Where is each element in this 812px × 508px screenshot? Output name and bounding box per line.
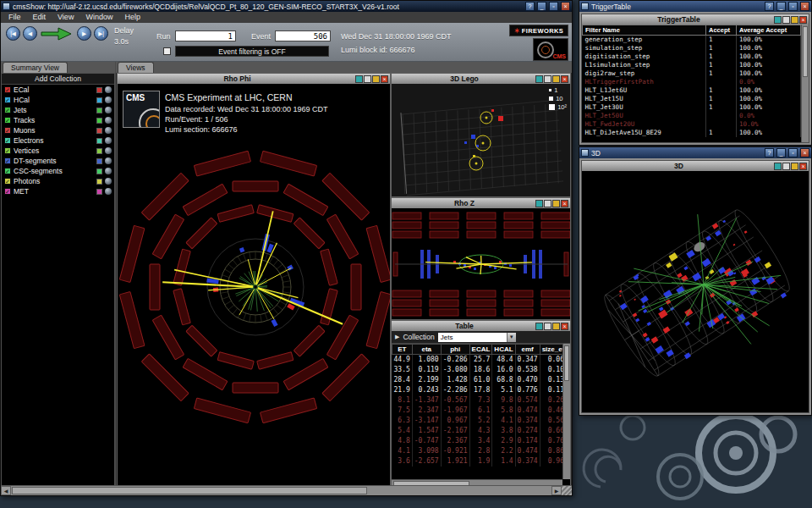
collection-options-icon[interactable] xyxy=(105,107,112,113)
close-view-icon[interactable]: × xyxy=(799,163,807,170)
maximize-view-icon[interactable] xyxy=(552,75,560,83)
collection-row-tracks[interactable]: ✓Tracks xyxy=(2,115,114,125)
next-event-button[interactable]: ▶ xyxy=(77,26,91,41)
jets-column-size_eta[interactable]: size_eta xyxy=(540,345,562,355)
view-3d-canvas[interactable] xyxy=(582,171,809,412)
undock-view-icon[interactable] xyxy=(782,16,790,24)
collection-row-dt-segments[interactable]: ✓DT-segments xyxy=(2,156,114,166)
collection-options-icon[interactable] xyxy=(105,157,112,164)
collection-color-swatch[interactable] xyxy=(96,189,102,195)
undock-view-icon[interactable] xyxy=(364,75,371,83)
swap-view-icon[interactable] xyxy=(535,75,543,83)
collection-color-swatch[interactable] xyxy=(96,138,102,144)
first-event-button[interactable]: |◀ xyxy=(6,26,20,41)
collection-visibility-checkbox[interactable]: ✓ xyxy=(4,97,11,103)
rho-z-header[interactable]: Rho Z × xyxy=(392,198,570,208)
collection-options-icon[interactable] xyxy=(105,168,112,174)
collection-color-swatch[interactable] xyxy=(96,148,102,154)
trigger-column-accept[interactable]: Accept xyxy=(706,25,737,36)
trigger-row[interactable]: HLT_Jet30U1100.0% xyxy=(583,103,801,112)
previous-event-button[interactable]: ◀ xyxy=(23,26,37,41)
collection-row-vertices[interactable]: ✓Vertices xyxy=(2,146,114,156)
collection-color-swatch[interactable] xyxy=(96,128,102,134)
collection-options-icon[interactable] xyxy=(105,178,112,185)
collection-row-hcal[interactable]: ✓HCal xyxy=(2,95,114,105)
help-button[interactable]: ? xyxy=(765,148,774,157)
collection-visibility-checkbox[interactable]: ✓ xyxy=(4,117,11,124)
rho-phi-header[interactable]: Rho Phi × xyxy=(118,74,390,84)
collection-visibility-checkbox[interactable]: ✓ xyxy=(4,157,11,164)
collection-color-swatch[interactable] xyxy=(96,108,102,113)
maximize-button[interactable]: ▫ xyxy=(788,2,798,11)
tab-views[interactable]: Views xyxy=(118,62,154,73)
collection-options-icon[interactable] xyxy=(105,117,112,124)
close-button[interactable]: × xyxy=(800,148,809,157)
lego-canvas[interactable]: 1 10 10² xyxy=(392,84,570,196)
collection-row-photons[interactable]: ✓Photons xyxy=(2,176,114,186)
jets-column-emf[interactable]: emf xyxy=(515,345,540,355)
jets-table-row[interactable]: 8.1-1.347-0.5677.39.80.5740.2620.1 xyxy=(392,395,563,406)
maximize-view-icon[interactable] xyxy=(791,163,798,170)
jets-table-row[interactable]: 21.90.243-2.28617.85.10.7760.1160.1 xyxy=(392,385,563,395)
close-button[interactable]: × xyxy=(800,2,809,11)
collection-color-swatch[interactable] xyxy=(96,97,102,103)
swap-view-icon[interactable] xyxy=(774,163,782,170)
jets-table-row[interactable]: 28.42.1991.42861.068.80.4700.1370.1 xyxy=(392,375,563,385)
collection-color-swatch[interactable] xyxy=(96,179,102,185)
jets-column-eta[interactable]: eta xyxy=(412,345,441,355)
jets-column-ET[interactable]: ET xyxy=(392,345,413,355)
collection-visibility-checkbox[interactable]: ✓ xyxy=(4,107,11,113)
trigger-row[interactable]: HLTriggerFirstPath0.0% xyxy=(583,78,801,86)
jets-table-row[interactable]: 7.52.347-1.9676.15.80.4740.4620.2 xyxy=(392,406,563,416)
jets-table-row[interactable]: 4.13.098-0.9212.82.20.4740.862-nan xyxy=(392,446,563,456)
collection-options-icon[interactable] xyxy=(105,97,112,103)
event-input[interactable] xyxy=(275,30,331,41)
jets-table-row[interactable]: 4.8-0.7472.3673.42.90.1740.7620.3 xyxy=(392,436,563,446)
trigger-row[interactable]: digitisation_step1100.0% xyxy=(583,52,801,61)
collection-options-icon[interactable] xyxy=(105,147,112,154)
undock-view-icon[interactable] xyxy=(544,323,551,330)
collection-row-ecal[interactable]: ✓ECal xyxy=(2,85,114,95)
jets-table-row[interactable]: 3.6-2.6571.9211.91.40.3740.9620.4 xyxy=(392,456,563,467)
close-view-icon[interactable]: × xyxy=(381,75,388,83)
collection-options-icon[interactable] xyxy=(105,188,112,195)
jets-table-row[interactable]: 5.41.547-2.1674.33.80.2740.6620.3 xyxy=(392,426,563,436)
minimize-button[interactable]: _ xyxy=(537,2,546,11)
jets-column-ECAL[interactable]: ECAL xyxy=(469,345,492,355)
maximize-button[interactable]: ▫ xyxy=(788,148,798,157)
play-forward-icon[interactable] xyxy=(40,25,74,42)
collection-visibility-checkbox[interactable]: ✓ xyxy=(4,86,11,93)
event-filter-button[interactable]: Event filtering is OFF xyxy=(175,46,329,57)
maximize-view-icon[interactable] xyxy=(372,75,380,83)
collapse-caret-icon[interactable]: ▶ xyxy=(395,334,399,340)
collection-color-swatch[interactable] xyxy=(96,118,102,124)
trigger-row[interactable]: generation_step1100.0% xyxy=(583,36,801,45)
collection-color-swatch[interactable] xyxy=(96,87,102,93)
menu-help[interactable]: Help xyxy=(118,12,146,23)
help-button[interactable]: ? xyxy=(525,2,535,11)
undock-view-icon[interactable] xyxy=(544,200,551,207)
main-titlebar[interactable]: cmsShow: http://uaf-2.t2.ucsd.edu/firewo… xyxy=(1,1,572,12)
table-vertical-scrollbar[interactable] xyxy=(562,344,570,479)
table-header[interactable]: Table × xyxy=(392,321,570,331)
trigger-column-average-accept[interactable]: Average Accept xyxy=(737,25,801,36)
minimize-button[interactable]: _ xyxy=(776,148,786,157)
dropdown-arrow-icon[interactable]: ▼ xyxy=(507,333,516,342)
collection-visibility-checkbox[interactable]: ✓ xyxy=(4,147,11,154)
close-view-icon[interactable]: × xyxy=(799,16,807,24)
minimize-button[interactable]: _ xyxy=(776,2,786,11)
collection-visibility-checkbox[interactable]: ✓ xyxy=(4,178,11,185)
maximize-view-icon[interactable] xyxy=(791,16,798,24)
collection-options-icon[interactable] xyxy=(105,127,112,134)
trigger-row[interactable]: L1simulation_step1100.0% xyxy=(583,61,801,69)
trigger-vertical-scrollbar[interactable] xyxy=(801,25,809,142)
resize-grip[interactable] xyxy=(562,486,572,495)
trigger-inner-header[interactable]: TriggerTable × xyxy=(582,14,809,25)
menu-window[interactable]: Window xyxy=(80,12,118,23)
trigger-row[interactable]: HLT_FwdJet20U10.0% xyxy=(583,120,801,129)
last-event-button[interactable]: ▶| xyxy=(94,26,108,41)
collection-options-icon[interactable] xyxy=(105,86,112,93)
jets-table-row[interactable]: 6.3-3.1470.9675.24.10.3740.5620.2 xyxy=(392,416,563,426)
collection-visibility-checkbox[interactable]: ✓ xyxy=(4,188,11,195)
collection-visibility-checkbox[interactable]: ✓ xyxy=(4,137,11,144)
